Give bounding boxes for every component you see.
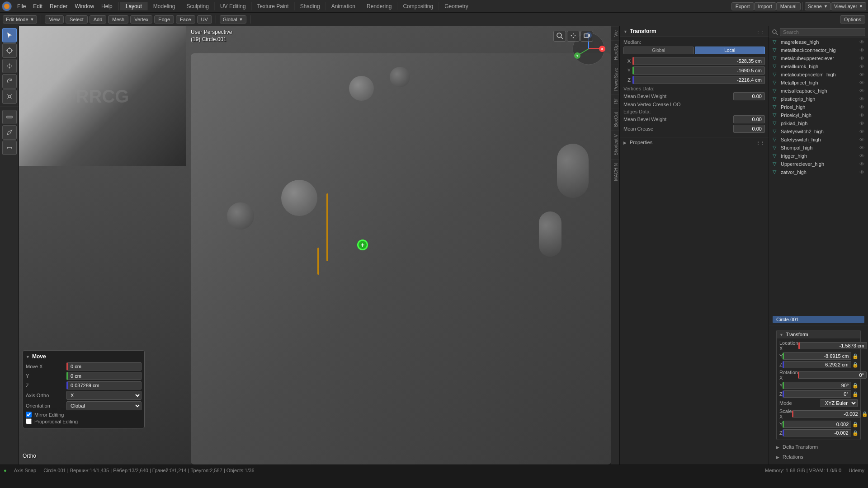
visibility-icon-2[interactable]: 👁 (859, 56, 864, 61)
visibility-icon-14[interactable]: 👁 (859, 153, 864, 159)
list-item[interactable]: ▽ prikiad_high 👁 (769, 119, 868, 127)
list-item[interactable]: ▽ Metallpricel_high 👁 (769, 79, 868, 87)
side-label-boxcut[interactable]: BoxCut (611, 108, 619, 131)
visibility-icon-0[interactable]: 👁 (859, 39, 864, 45)
local-toggle-btn[interactable]: Local (695, 47, 765, 54)
global-toggle-btn[interactable]: Global (623, 47, 694, 54)
tab-compositing[interactable]: Compositing (397, 2, 439, 10)
properties-row[interactable]: Properties ⋮⋮ (620, 137, 769, 147)
visibility-icon-10[interactable]: 👁 (859, 121, 864, 126)
global-dropdown[interactable]: Global ▼ (220, 15, 246, 23)
list-item[interactable]: ▽ metsallcapback_high 👁 (769, 87, 868, 95)
move-panel-header[interactable]: Move (26, 353, 142, 360)
move-x-input[interactable] (66, 362, 142, 371)
pan-nav[interactable] (567, 31, 580, 42)
options-button[interactable]: Options (840, 15, 865, 23)
location-y-input[interactable] (783, 352, 851, 360)
side-label-shortcutv[interactable]: Shortcut V (611, 130, 619, 159)
delta-transform-row[interactable]: Delta Transform (773, 442, 864, 452)
select-tool[interactable] (2, 28, 17, 42)
list-item[interactable]: ▽ trigger_high 👁 (769, 152, 868, 160)
viewport-3d[interactable]: RRCG User Perspective (19) Circle.001 + … (19, 26, 611, 465)
transform-tool[interactable] (2, 110, 17, 124)
zoom-nav[interactable] (553, 31, 566, 42)
scale-y-lock[interactable]: 🔒 (852, 422, 859, 427)
mode-select[interactable]: XYZ Euler (820, 399, 858, 407)
visibility-icon-5[interactable]: 👁 (859, 80, 864, 85)
x-coord-input[interactable] (632, 57, 765, 65)
object-search-input[interactable] (780, 28, 865, 36)
side-label-rif[interactable]: Rif (611, 94, 619, 108)
menu-file[interactable]: File (14, 2, 29, 10)
viewlayer-dropdown[interactable]: ViewLayer ▼ (831, 2, 866, 10)
view-button[interactable]: View (45, 15, 64, 23)
scale-y-input[interactable] (783, 421, 851, 428)
tab-animation[interactable]: Animation (326, 2, 361, 10)
obj-transform-header[interactable]: Transform (777, 330, 860, 338)
manual-button[interactable]: Manual (776, 2, 801, 10)
mean-bevel-weight-v-input[interactable] (733, 92, 765, 100)
tab-modeling[interactable]: Modeling (148, 2, 181, 10)
transform-options[interactable]: ⋮⋮ (756, 29, 765, 34)
mesh-button[interactable]: Mesh (108, 15, 128, 23)
visibility-icon-12[interactable]: 👁 (859, 137, 864, 142)
list-item[interactable]: ▽ Upperreciever_high 👁 (769, 160, 868, 168)
rotation-y-input[interactable] (783, 382, 851, 389)
list-item[interactable]: ▽ Shompol_high 👁 (769, 144, 868, 152)
tab-rendering[interactable]: Rendering (361, 2, 397, 10)
export-button[interactable]: Export (731, 2, 754, 10)
relations-row[interactable]: Relations (773, 452, 864, 462)
rotation-z-input[interactable] (783, 390, 851, 398)
list-item[interactable]: ▽ magrelease_high 👁 (769, 38, 868, 46)
menu-edit[interactable]: Edit (29, 2, 46, 10)
list-item[interactable]: ▽ zatvor_high 👁 (769, 168, 868, 176)
visibility-icon-4[interactable]: 👁 (859, 72, 864, 77)
camera-nav[interactable] (580, 31, 593, 42)
scale-tool[interactable] (2, 89, 17, 104)
measure-tool[interactable] (2, 141, 17, 155)
visibility-icon-3[interactable]: 👁 (859, 64, 864, 69)
mean-crease-input[interactable] (733, 125, 765, 133)
tab-shading[interactable]: Shading (295, 2, 326, 10)
visibility-icon-6[interactable]: 👁 (859, 88, 864, 94)
location-z-lock[interactable]: 🔒 (852, 362, 859, 368)
add-button[interactable]: Add (90, 15, 107, 23)
side-label-machin[interactable]: MACHIN (611, 159, 619, 184)
move-z-input[interactable] (66, 381, 142, 389)
cursor-tool[interactable] (2, 43, 17, 58)
rotation-z-lock[interactable]: 🔒 (852, 391, 859, 397)
move-y-input[interactable] (66, 372, 142, 380)
y-coord-input[interactable] (632, 66, 765, 75)
visibility-icon-13[interactable]: 👁 (859, 145, 864, 150)
visibility-icon-16[interactable]: 👁 (859, 169, 864, 175)
list-item[interactable]: ▽ plasticgrip_high 👁 (769, 95, 868, 103)
tab-texture-paint[interactable]: Texture Paint (252, 2, 295, 10)
menu-window[interactable]: Window (71, 2, 98, 10)
menu-render[interactable]: Render (46, 2, 71, 10)
mirror-editing-checkbox[interactable] (26, 412, 32, 418)
rotation-x-input[interactable] (798, 371, 867, 379)
location-y-lock[interactable]: 🔒 (852, 353, 859, 359)
list-item[interactable]: ▽ metallbackconnector_hig 👁 (769, 46, 868, 54)
mode-dropdown[interactable]: Edit Mode ▼ (3, 15, 37, 23)
uv-button[interactable]: UV (197, 15, 212, 23)
list-item[interactable]: ▽ metalcubeupperreciever 👁 (769, 54, 868, 62)
list-item[interactable]: ▽ metallkurok_high 👁 (769, 62, 868, 70)
edge-button[interactable]: Edge (154, 15, 174, 23)
scale-x-input[interactable] (792, 410, 861, 418)
location-x-input[interactable] (798, 342, 867, 349)
mean-bevel-weight-e-input[interactable] (733, 115, 765, 123)
tab-sculpting[interactable]: Sculpting (181, 2, 215, 10)
visibility-icon-15[interactable]: 👁 (859, 161, 864, 167)
list-item[interactable]: ▽ Pricel_high 👁 (769, 103, 868, 111)
tab-geometry[interactable]: Geometry (439, 2, 474, 10)
rotate-tool[interactable] (2, 74, 17, 89)
scale-x-lock[interactable]: 🔒 (862, 411, 868, 417)
scale-z-input[interactable] (783, 429, 851, 436)
list-item[interactable]: ▽ Safetyswitch2_high 👁 (769, 127, 868, 136)
move-tool[interactable] (2, 59, 17, 73)
list-item[interactable]: ▽ Pricelcyl_high 👁 (769, 111, 868, 119)
axis-ortho-select[interactable]: XYZ (66, 391, 142, 400)
select-button[interactable]: Select (66, 15, 88, 23)
z-coord-input[interactable] (632, 76, 765, 84)
